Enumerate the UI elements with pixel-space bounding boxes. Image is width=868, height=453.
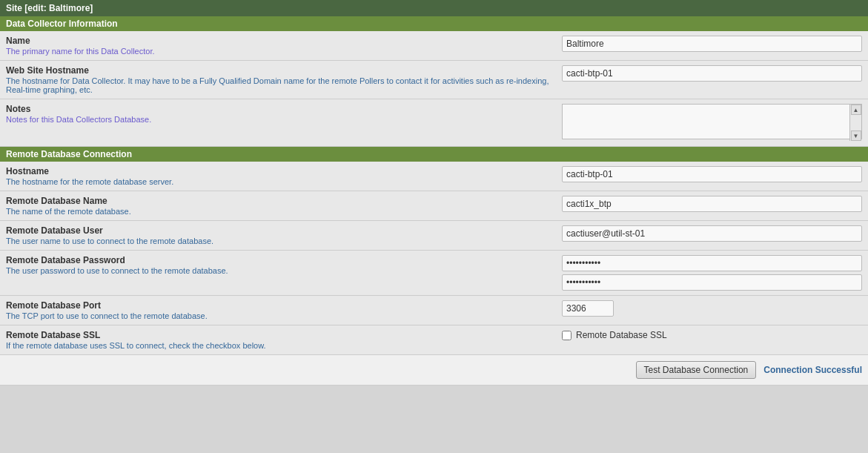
connection-status: Connection Successful — [763, 365, 862, 375]
button-row: Test Database Connection Connection Succ… — [0, 355, 868, 386]
input-col-db-port — [562, 300, 862, 317]
field-label-name: Name — [6, 36, 554, 46]
notes-wrapper: ▲ ▼ — [562, 104, 862, 142]
ssl-checkbox[interactable] — [562, 331, 572, 340]
input-col-db-password — [562, 255, 862, 291]
field-row-hostname: Web Site Hostname The hostname for Data … — [0, 61, 868, 99]
field-label-db-password: Remote Database Password — [6, 255, 554, 265]
input-col-db-name — [562, 196, 862, 212]
input-col-hostname — [562, 65, 862, 82]
field-row-notes: Notes Notes for this Data Collectors Dat… — [0, 99, 868, 147]
label-col-notes: Notes Notes for this Data Collectors Dat… — [6, 104, 562, 124]
input-col-db-ssl: Remote Database SSL — [562, 330, 862, 340]
field-row-db-hostname: Hostname The hostname for the remote dat… — [0, 162, 868, 191]
db-hostname-input[interactable] — [562, 166, 862, 182]
label-col-db-hostname: Hostname The hostname for the remote dat… — [6, 166, 562, 186]
field-row-db-name: Remote Database Name The name of the rem… — [0, 191, 868, 221]
field-desc-db-port: The TCP port to use to connect to the re… — [6, 311, 554, 320]
field-row-db-password: Remote Database Password The user passwo… — [0, 251, 868, 296]
label-col-db-password: Remote Database Password The user passwo… — [6, 255, 562, 275]
field-label-notes: Notes — [6, 104, 554, 114]
db-password-input-1[interactable] — [562, 255, 862, 271]
input-col-name — [562, 36, 862, 52]
db-user-input[interactable] — [562, 225, 862, 242]
scroll-down-arrow[interactable]: ▼ — [851, 130, 861, 141]
field-desc-hostname: The hostname for Data Collector. It may … — [6, 76, 554, 94]
field-desc-db-user: The user name to use to connect to the r… — [6, 237, 554, 245]
db-port-input[interactable] — [562, 300, 614, 317]
field-label-db-port: Remote Database Port — [6, 300, 554, 311]
field-label-db-name: Remote Database Name — [6, 196, 554, 206]
notes-textarea[interactable] — [562, 104, 862, 139]
input-col-db-user — [562, 225, 862, 242]
scroll-up-arrow[interactable]: ▲ — [851, 105, 861, 115]
field-desc-notes: Notes for this Data Collectors Database. — [6, 115, 554, 124]
label-col-db-user: Remote Database User The user name to us… — [6, 225, 562, 245]
field-desc-name: The primary name for this Data Collector… — [6, 47, 554, 56]
label-col-name: Name The primary name for this Data Coll… — [6, 36, 562, 56]
name-input[interactable] — [562, 36, 862, 52]
section-header-data-collector: Data Collector Information — [0, 16, 868, 31]
field-desc-db-password: The user password to use to connect to t… — [6, 266, 554, 275]
label-col-db-name: Remote Database Name The name of the rem… — [6, 196, 562, 216]
label-col-db-port: Remote Database Port The TCP port to use… — [6, 300, 562, 320]
field-desc-db-hostname: The hostname for the remote database ser… — [6, 177, 554, 186]
field-label-db-user: Remote Database User — [6, 225, 554, 236]
test-db-connection-button[interactable]: Test Database Connection — [636, 361, 757, 379]
bottom-bar — [0, 386, 868, 408]
db-name-input[interactable] — [562, 196, 862, 212]
field-desc-db-ssl: If the remote database uses SSL to conne… — [6, 341, 554, 350]
section-header-remote-db: Remote Database Connection — [0, 147, 868, 162]
label-col-hostname: Web Site Hostname The hostname for Data … — [6, 65, 562, 94]
field-row-db-port: Remote Database Port The TCP port to use… — [0, 296, 868, 325]
field-row-name: Name The primary name for this Data Coll… — [0, 31, 868, 61]
hostname-input[interactable] — [562, 65, 862, 82]
field-label-hostname: Web Site Hostname — [6, 65, 554, 76]
ssl-checkbox-label: Remote Database SSL — [576, 330, 667, 340]
input-col-db-hostname — [562, 166, 862, 182]
field-label-db-ssl: Remote Database SSL — [6, 330, 554, 340]
ssl-checkbox-row: Remote Database SSL — [562, 330, 862, 340]
window-title: Site [edit: Baltimore] — [0, 0, 868, 16]
label-col-db-ssl: Remote Database SSL If the remote databa… — [6, 330, 562, 350]
field-row-db-user: Remote Database User The user name to us… — [0, 221, 868, 251]
field-desc-db-name: The name of the remote database. — [6, 207, 554, 216]
notes-scrollbar: ▲ ▼ — [849, 105, 861, 141]
db-password-input-2[interactable] — [562, 274, 862, 291]
field-row-db-ssl: Remote Database SSL If the remote databa… — [0, 325, 868, 355]
field-label-db-hostname: Hostname — [6, 166, 554, 176]
input-col-notes: ▲ ▼ — [562, 104, 862, 142]
